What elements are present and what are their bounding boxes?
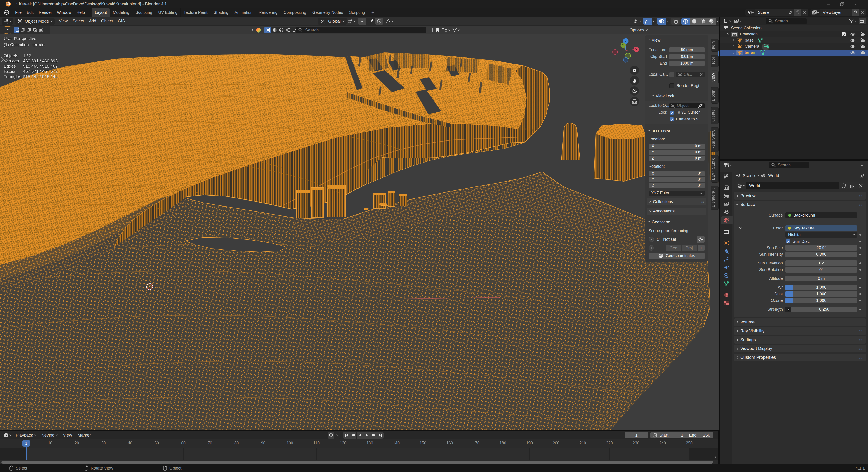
np-3dcursor-header[interactable]: 3D Cursor:::: bbox=[648, 129, 706, 134]
timeline-editor-selector[interactable] bbox=[0, 432, 13, 438]
next-keyframe-button[interactable] bbox=[370, 432, 377, 439]
bk-resolution-dropdown[interactable] bbox=[442, 27, 450, 33]
menu-window[interactable]: Window bbox=[55, 10, 74, 15]
outliner-editor-selector[interactable] bbox=[722, 18, 732, 24]
proportional-falloff[interactable] bbox=[384, 18, 395, 25]
shading-wireframe[interactable] bbox=[681, 18, 690, 25]
xray-toggle[interactable] bbox=[671, 18, 680, 25]
shading-dropdown[interactable] bbox=[716, 18, 719, 25]
np-tab-real-snow[interactable]: Real Snow bbox=[711, 127, 719, 152]
workspace-tab-uv-editing[interactable]: UV Editing bbox=[155, 8, 181, 17]
bk-bookmark-icon[interactable] bbox=[435, 27, 440, 33]
surface-shader-field[interactable]: Background bbox=[785, 213, 857, 218]
grid-toggle-button[interactable] bbox=[630, 97, 639, 106]
close-button[interactable] bbox=[849, 0, 862, 8]
lock-object-field[interactable]: Object bbox=[669, 103, 705, 108]
camera-toggle-icon[interactable] bbox=[860, 44, 865, 49]
np-tab-earth-studio[interactable]: Earth Studio bbox=[711, 155, 719, 183]
workspace-tab-animation[interactable]: Animation bbox=[231, 8, 256, 17]
bk-hdrs-tab[interactable] bbox=[285, 27, 291, 33]
prop-field-sun-elevation[interactable]: 15° bbox=[785, 260, 857, 266]
delete-scene-icon[interactable] bbox=[801, 9, 808, 16]
outliner-row-scene-collection[interactable]: Scene Collection bbox=[720, 25, 868, 31]
np-cursor-rot-x[interactable]: X0° bbox=[649, 171, 705, 176]
gizmo-dropdown[interactable] bbox=[652, 18, 655, 25]
camera-toggle-icon[interactable] bbox=[860, 50, 865, 55]
new-viewlayer-icon[interactable] bbox=[852, 9, 859, 16]
timeline-scrollbar[interactable] bbox=[0, 460, 718, 464]
np-tab-blosm[interactable]: Blosm bbox=[711, 87, 719, 103]
proportional-toggle[interactable] bbox=[375, 18, 383, 25]
eye-toggle-icon[interactable] bbox=[850, 38, 856, 43]
geo-coordinates-button[interactable]: Geo-coordinates bbox=[649, 253, 705, 259]
minimize-button[interactable] bbox=[822, 0, 835, 8]
np-cursor-rot-z[interactable]: Z0° bbox=[649, 183, 705, 188]
fake-user-shield-icon[interactable] bbox=[839, 182, 848, 189]
timeline-hscrollbar[interactable] bbox=[1, 461, 713, 464]
orientation-dropdown[interactable]: Global bbox=[318, 18, 347, 25]
bk-search-field[interactable]: Search bbox=[296, 27, 426, 33]
select-mode-invert[interactable] bbox=[32, 27, 38, 33]
geo-button[interactable]: Geo bbox=[666, 245, 682, 251]
prop-tab-modifiers[interactable] bbox=[720, 247, 733, 255]
select-mode-extend[interactable] bbox=[20, 27, 26, 33]
current-frame-marker[interactable]: 1 bbox=[22, 440, 30, 447]
viewlayer-selector[interactable]: ViewLayer bbox=[810, 9, 866, 16]
prop-field-dust[interactable]: 1.000 bbox=[785, 291, 857, 297]
end-frame-field[interactable]: End250 bbox=[686, 433, 713, 438]
workspace-tab-sculpting[interactable]: Sculpting bbox=[132, 8, 155, 17]
breadcrumb-world[interactable]: World bbox=[768, 173, 779, 178]
control[interactable]: Surface:::: bbox=[734, 201, 866, 209]
play-reverse-button[interactable] bbox=[357, 432, 363, 439]
timeline-track[interactable] bbox=[0, 448, 718, 460]
np-viewlock-header[interactable]: View Lock bbox=[652, 94, 706, 99]
world-name-field[interactable]: World bbox=[746, 182, 839, 189]
breadcrumb-scene[interactable]: Scene bbox=[743, 173, 755, 178]
np-cursor-loc-y[interactable]: Y0 m bbox=[649, 150, 705, 155]
vp-menu-add[interactable]: Add bbox=[86, 19, 98, 24]
menu-render[interactable]: Render bbox=[36, 10, 55, 15]
playhead[interactable] bbox=[26, 447, 27, 460]
remove-viewlayer-icon[interactable] bbox=[859, 9, 866, 16]
shading-material[interactable] bbox=[699, 18, 707, 25]
pan-tool-button[interactable] bbox=[630, 76, 639, 85]
prop-tab-data[interactable] bbox=[720, 280, 733, 288]
blender-menu-icon[interactable] bbox=[0, 8, 13, 17]
np-cursor-loc-z[interactable]: Z0 m bbox=[649, 156, 705, 161]
gizmo-toggle[interactable] bbox=[643, 18, 652, 25]
prop-field-altitude[interactable]: 0 m bbox=[785, 276, 857, 281]
properties-pin-icon[interactable] bbox=[860, 173, 865, 178]
crs-add-button[interactable]: + bbox=[698, 245, 705, 251]
viewport-3d[interactable]: Object ModeViewSelectAddObjectGISGlobal … bbox=[0, 17, 719, 431]
mode-dropdown[interactable]: Object Mode bbox=[15, 18, 55, 25]
shading-solid[interactable] bbox=[690, 18, 699, 25]
nav-gizmo[interactable]: ZYX bbox=[608, 36, 644, 104]
prop-field-strength[interactable]: 0.250 bbox=[792, 307, 857, 312]
bk-models-tab[interactable] bbox=[265, 27, 271, 33]
crs-settings-button[interactable] bbox=[697, 236, 705, 243]
bk-asset-tab-icon[interactable] bbox=[428, 27, 434, 33]
prop-tab-texture[interactable] bbox=[720, 299, 733, 307]
visibility-dropdown[interactable] bbox=[632, 18, 642, 25]
control[interactable]: 50 mm bbox=[669, 47, 705, 53]
camera-toggle-icon[interactable] bbox=[860, 38, 865, 43]
np-view-header[interactable]: View:::: bbox=[648, 38, 706, 43]
timeline-ruler[interactable]: 1020304050607080901001101201301401501601… bbox=[0, 439, 718, 448]
outliner-display-mode[interactable] bbox=[732, 18, 742, 24]
pin-icon[interactable] bbox=[787, 9, 794, 16]
lock-3d-cursor-checkbox[interactable]: To 3D Cursor bbox=[669, 110, 700, 115]
panel-preview[interactable]: Preview:::: bbox=[734, 192, 866, 199]
auto-key-button[interactable] bbox=[328, 432, 334, 439]
prev-keyframe-button[interactable] bbox=[350, 432, 356, 439]
overlays-toggle[interactable] bbox=[657, 18, 666, 25]
prop-tab-particles[interactable] bbox=[720, 255, 733, 263]
strength-socket[interactable] bbox=[785, 307, 792, 312]
tl-menu-playback[interactable]: Playback bbox=[13, 433, 39, 438]
add-workspace-button[interactable]: + bbox=[368, 8, 377, 17]
select-mode-subtract[interactable] bbox=[26, 27, 32, 33]
panel-viewport-display[interactable]: Viewport Display:::: bbox=[734, 345, 866, 352]
np-euler-dropdown[interactable]: XYZ Euler bbox=[649, 191, 705, 196]
maximize-button[interactable] bbox=[835, 0, 849, 8]
menu-file[interactable]: File bbox=[13, 10, 24, 15]
tl-menu-view[interactable]: View bbox=[60, 433, 75, 438]
